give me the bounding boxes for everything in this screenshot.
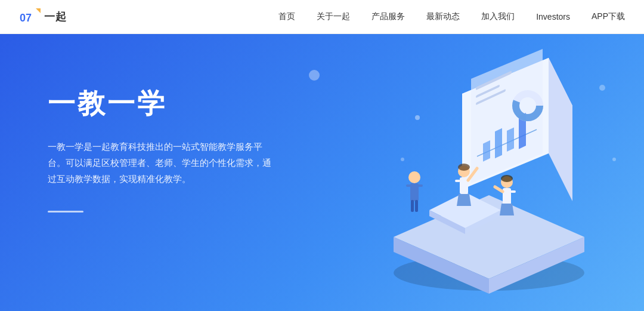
nav-link-join[interactable]: 加入我们: [481, 11, 515, 22]
svg-line-39: [495, 187, 503, 192]
hero-description: 一教一学是一起教育科技推出的一站式智能教学服务平台。可以满足区校管理者、老师、学…: [48, 138, 298, 187]
nav-links: 首页 关于一起 产品服务 最新动态 加入我们 Investors APP下载: [278, 11, 625, 22]
nav-link-download[interactable]: APP下载: [592, 11, 625, 22]
svg-point-41: [415, 115, 420, 120]
svg-point-36: [501, 175, 513, 182]
nav-link-investors[interactable]: Investors: [536, 12, 570, 21]
svg-rect-11: [483, 140, 490, 162]
hero-section: 一教一学 一教一学是一起教育科技推出的一站式智能教学服务平台。可以满足区校管理者…: [0, 34, 644, 311]
svg-point-43: [612, 158, 616, 161]
svg-rect-13: [507, 127, 514, 152]
hero-illustration: [316, 40, 632, 309]
svg-rect-37: [503, 188, 511, 205]
svg-marker-1: [36, 8, 41, 13]
navbar: 07 一起 首页 关于一起 产品服务 最新动态 加入我们 Investors A…: [0, 0, 644, 34]
svg-rect-28: [418, 184, 423, 187]
svg-text:07: 07: [20, 12, 32, 24]
svg-rect-40: [510, 190, 516, 193]
logo-icon: 07: [19, 6, 41, 27]
hero-title: 一教一学: [48, 88, 298, 119]
nav-link-news[interactable]: 最新动态: [426, 11, 460, 22]
nav-link-about[interactable]: 关于一起: [317, 11, 350, 22]
svg-rect-25: [411, 200, 414, 212]
svg-marker-8: [549, 58, 572, 201]
svg-marker-38: [500, 204, 514, 215]
svg-rect-24: [410, 183, 419, 201]
svg-point-44: [401, 158, 404, 161]
nav-link-home[interactable]: 首页: [278, 11, 295, 22]
svg-point-23: [408, 171, 420, 183]
hero-divider-line: [48, 211, 83, 213]
hero-content: 一教一学 一教一学是一起教育科技推出的一站式智能教学服务平台。可以满足区校管理者…: [48, 88, 298, 213]
logo-area: 07 一起: [19, 6, 67, 27]
svg-rect-26: [415, 200, 418, 212]
nav-link-products[interactable]: 产品服务: [371, 11, 405, 22]
svg-rect-27: [406, 184, 411, 187]
svg-rect-12: [495, 128, 502, 159]
logo-text: 一起: [44, 10, 67, 24]
svg-rect-34: [455, 180, 460, 182]
svg-point-30: [458, 164, 470, 171]
svg-marker-32: [457, 194, 471, 206]
svg-point-42: [599, 85, 605, 91]
